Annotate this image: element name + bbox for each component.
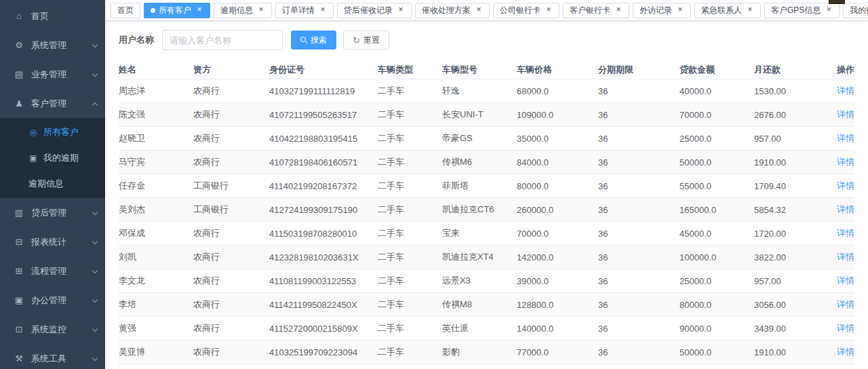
detail-link[interactable]: 详情 [837, 133, 854, 143]
tab-close-icon[interactable] [195, 6, 203, 14]
customer-icon: ♟ [14, 98, 24, 109]
cell-vehicle-type: 二手车 [378, 180, 442, 192]
sidebar-submenu-item[interactable]: ▣ 我的逾期 [0, 145, 105, 171]
detail-link[interactable]: 详情 [837, 323, 854, 333]
cell-name: 马守宾 [119, 156, 193, 168]
table-row: 周志洋 农商行 410327199111112819 二手车 轩逸 68000.… [119, 79, 854, 102]
cell-name: 刘凯 [119, 251, 193, 263]
column-header: 车辆价格 [517, 64, 598, 76]
cell-term: 36 [598, 181, 679, 191]
tab[interactable]: 首页 [111, 3, 140, 18]
tab[interactable]: 催收处理方案 [415, 3, 490, 18]
cell-name: 邓保成 [119, 227, 193, 239]
cell-id-number: 410325199709223094 [269, 347, 378, 357]
cell-vehicle-model: 菲斯塔 [442, 180, 517, 192]
gear-icon: ⚙ [14, 40, 24, 50]
tab[interactable]: 我的待办 [843, 3, 868, 18]
cell-id-number: 411081199003122553 [269, 276, 378, 286]
cell-vehicle-price: 84000.0 [517, 157, 598, 168]
tab-label: 贷后催收记录 [344, 5, 393, 16]
cell-term: 36 [598, 110, 679, 120]
sidebar-subitem-label: 逾期信息 [28, 178, 64, 190]
tab[interactable]: 客户GPS信息 [764, 3, 840, 18]
sidebar-submenu-item[interactable]: 逾期信息 [0, 171, 105, 197]
detail-link[interactable]: 详情 [837, 85, 854, 96]
tab[interactable]: 公司银行卡 [493, 3, 559, 18]
tab-close-icon[interactable] [825, 6, 833, 14]
cell-monthly-payment: 2676.00 [754, 110, 832, 120]
office-icon: ▣ [14, 295, 24, 305]
tab-close-icon[interactable] [545, 6, 553, 14]
detail-link[interactable]: 详情 [837, 157, 854, 167]
sidebar-menu-item[interactable]: ⚒ 系统工具 [0, 344, 105, 369]
tab-close-icon[interactable] [397, 6, 405, 14]
tab-close-icon[interactable] [319, 6, 327, 14]
sidebar-menu-item[interactable]: ⌂ 首页 [0, 1, 105, 31]
cell-loan-amount: 165000.0 [679, 205, 754, 215]
search-form: 用户名称 搜索 重置 [119, 30, 854, 50]
sidebar-menu-item[interactable]: ▣ 办公管理 [0, 286, 105, 315]
cell-loan-amount: 90000.0 [679, 324, 754, 334]
detail-link[interactable]: 详情 [837, 347, 854, 357]
detail-link[interactable]: 详情 [837, 252, 854, 262]
cell-vehicle-model: 轩逸 [442, 85, 517, 97]
cell-funder: 工商银行 [193, 203, 269, 216]
cell-loan-amount: 40000.0 [679, 86, 754, 96]
tab-close-icon[interactable] [475, 6, 483, 14]
cell-vehicle-type: 二手车 [378, 203, 442, 216]
cell-loan-amount: 25000.0 [679, 276, 754, 286]
column-header: 姓名 [119, 64, 193, 76]
tab-close-icon[interactable] [614, 6, 623, 14]
sidebar-menu-item[interactable]: ▥ 贷后管理 [0, 198, 105, 227]
tab[interactable]: 贷后催收记录 [337, 3, 412, 18]
sidebar-menu-item[interactable]: ⊞ 流程管理 [0, 256, 105, 286]
cell-vehicle-model: 凯迪拉克CT6 [442, 203, 517, 216]
tab-label: 紧急联系人 [701, 5, 742, 16]
cell-monthly-payment: 1720.00 [754, 229, 832, 239]
cell-loan-amount: 50000.0 [679, 157, 754, 168]
search-button-label: 搜索 [311, 35, 327, 46]
customer-name-input[interactable] [162, 30, 283, 50]
tab-close-icon[interactable] [746, 6, 754, 14]
cell-funder: 农商行 [193, 85, 269, 97]
column-header: 分期期限 [598, 64, 679, 76]
cell-id-number: 410728198406160571 [269, 157, 378, 168]
detail-link[interactable]: 详情 [837, 204, 854, 214]
detail-link[interactable]: 详情 [837, 109, 854, 119]
tab[interactable]: 紧急联系人 [694, 3, 761, 18]
sidebar-menu-item[interactable]: ⊡ 系统监控 [0, 315, 105, 344]
chevron-down-icon [92, 326, 98, 333]
cell-vehicle-type: 二手车 [378, 298, 442, 311]
column-header: 资方 [193, 64, 269, 76]
detail-link[interactable]: 详情 [837, 299, 854, 309]
detail-link[interactable]: 详情 [837, 228, 854, 238]
detail-link[interactable]: 详情 [837, 275, 854, 286]
tab[interactable]: 客户银行卡 [563, 3, 629, 18]
reset-button[interactable]: 重置 [343, 31, 389, 50]
detail-link[interactable]: 详情 [837, 180, 854, 191]
sidebar-submenu-item[interactable]: ◎ 所有客户 [0, 119, 105, 145]
business-icon: ▤ [14, 69, 24, 79]
sidebar-item-label: 业务管理 [31, 69, 92, 81]
sidebar-menu-item[interactable]: ⚙ 系统管理 [0, 31, 105, 60]
cell-term: 36 [598, 252, 679, 263]
tools-icon: ⚒ [14, 353, 24, 364]
cell-monthly-payment: 1910.00 [754, 347, 832, 357]
cell-term: 36 [598, 157, 679, 168]
cell-term: 36 [598, 324, 679, 334]
sidebar-menu-item[interactable]: ♟ 客户管理 [0, 89, 105, 118]
tab-close-icon[interactable] [257, 6, 265, 14]
tab-close-icon[interactable] [676, 6, 684, 14]
tab[interactable]: 逾期信息 [214, 3, 272, 18]
tab[interactable]: 订单详情 [275, 3, 334, 18]
table-row: 赵晓卫 农商行 410422198803195415 二手车 帝豪GS 3500… [119, 126, 854, 150]
sidebar-menu-item[interactable]: ⊟ 报表统计 [0, 227, 105, 256]
tab[interactable]: 外访记录 [633, 3, 691, 18]
search-button[interactable]: 搜索 [291, 31, 336, 50]
tab-label: 公司银行卡 [500, 5, 540, 16]
sidebar-menu-item[interactable]: ▤ 业务管理 [0, 60, 105, 89]
cell-id-number: 410721199505263517 [269, 110, 378, 120]
tab[interactable]: 所有客户 [144, 3, 210, 18]
cell-loan-amount: 25000.0 [679, 134, 754, 144]
cell-vehicle-type: 二手车 [378, 109, 442, 121]
